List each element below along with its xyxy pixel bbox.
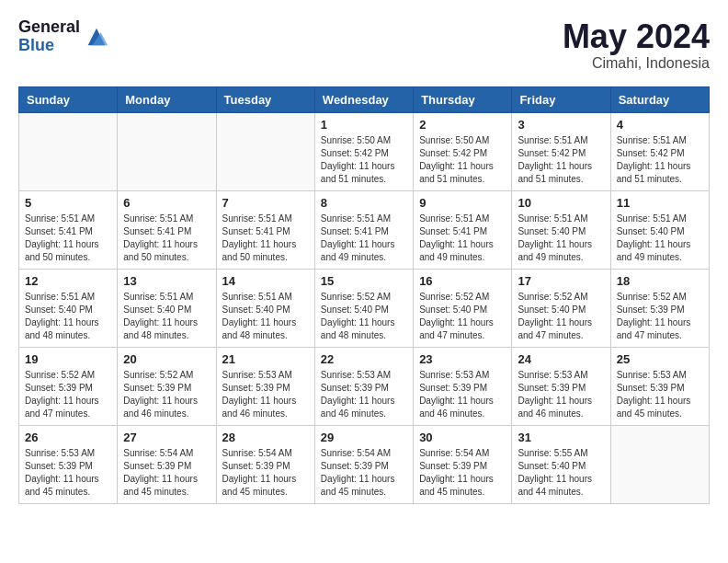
calendar-cell: 29Sunrise: 5:54 AM Sunset: 5:39 PM Dayli… bbox=[314, 425, 413, 503]
logo-icon bbox=[84, 24, 109, 50]
day-number: 29 bbox=[321, 431, 407, 444]
day-number: 14 bbox=[222, 274, 309, 288]
calendar-cell bbox=[19, 112, 118, 190]
day-number: 31 bbox=[518, 431, 604, 444]
calendar-cell bbox=[216, 112, 314, 190]
day-info: Sunrise: 5:51 AM Sunset: 5:40 PM Dayligh… bbox=[518, 213, 604, 264]
calendar-cell: 23Sunrise: 5:53 AM Sunset: 5:39 PM Dayli… bbox=[414, 347, 512, 425]
day-number: 8 bbox=[321, 196, 407, 210]
weekday-header-monday: Monday bbox=[118, 86, 216, 112]
day-info: Sunrise: 5:53 AM Sunset: 5:39 PM Dayligh… bbox=[25, 447, 111, 499]
day-number: 1 bbox=[321, 118, 407, 132]
day-info: Sunrise: 5:52 AM Sunset: 5:39 PM Dayligh… bbox=[123, 369, 210, 420]
calendar-cell: 30Sunrise: 5:54 AM Sunset: 5:39 PM Dayli… bbox=[414, 425, 512, 503]
calendar-cell: 13Sunrise: 5:51 AM Sunset: 5:40 PM Dayli… bbox=[118, 269, 216, 347]
calendar-cell: 31Sunrise: 5:55 AM Sunset: 5:40 PM Dayli… bbox=[512, 425, 610, 503]
day-info: Sunrise: 5:50 AM Sunset: 5:42 PM Dayligh… bbox=[419, 134, 506, 186]
day-info: Sunrise: 5:52 AM Sunset: 5:40 PM Dayligh… bbox=[321, 291, 407, 342]
day-info: Sunrise: 5:52 AM Sunset: 5:39 PM Dayligh… bbox=[617, 291, 703, 342]
day-info: Sunrise: 5:51 AM Sunset: 5:42 PM Dayligh… bbox=[617, 134, 703, 186]
calendar-cell: 2Sunrise: 5:50 AM Sunset: 5:42 PM Daylig… bbox=[414, 112, 512, 190]
day-info: Sunrise: 5:53 AM Sunset: 5:39 PM Dayligh… bbox=[419, 369, 506, 420]
logo-general: General bbox=[18, 18, 80, 37]
weekday-header-row: SundayMondayTuesdayWednesdayThursdayFrid… bbox=[19, 86, 710, 112]
day-number: 17 bbox=[518, 274, 604, 288]
day-info: Sunrise: 5:51 AM Sunset: 5:41 PM Dayligh… bbox=[222, 213, 309, 264]
calendar-cell bbox=[118, 112, 216, 190]
day-info: Sunrise: 5:51 AM Sunset: 5:40 PM Dayligh… bbox=[222, 291, 309, 342]
day-info: Sunrise: 5:55 AM Sunset: 5:40 PM Dayligh… bbox=[518, 447, 604, 499]
title-block: May 2024 Cimahi, Indonesia bbox=[563, 18, 710, 72]
day-number: 16 bbox=[419, 274, 506, 288]
day-number: 23 bbox=[419, 352, 506, 366]
page-header: General Blue May 2024 Cimahi, Indonesia bbox=[18, 18, 710, 72]
day-info: Sunrise: 5:52 AM Sunset: 5:40 PM Dayligh… bbox=[518, 291, 604, 342]
calendar-cell: 24Sunrise: 5:53 AM Sunset: 5:39 PM Dayli… bbox=[512, 347, 610, 425]
calendar-cell: 17Sunrise: 5:52 AM Sunset: 5:40 PM Dayli… bbox=[512, 269, 610, 347]
day-number: 22 bbox=[321, 352, 407, 366]
day-info: Sunrise: 5:50 AM Sunset: 5:42 PM Dayligh… bbox=[321, 134, 407, 186]
day-number: 28 bbox=[222, 431, 309, 444]
calendar-cell: 25Sunrise: 5:53 AM Sunset: 5:39 PM Dayli… bbox=[610, 347, 709, 425]
day-info: Sunrise: 5:51 AM Sunset: 5:41 PM Dayligh… bbox=[123, 213, 210, 264]
calendar-cell: 10Sunrise: 5:51 AM Sunset: 5:40 PM Dayli… bbox=[512, 190, 610, 269]
calendar-cell: 4Sunrise: 5:51 AM Sunset: 5:42 PM Daylig… bbox=[610, 112, 709, 190]
calendar-week-row: 19Sunrise: 5:52 AM Sunset: 5:39 PM Dayli… bbox=[19, 347, 710, 425]
day-number: 18 bbox=[617, 274, 703, 288]
calendar-cell: 16Sunrise: 5:52 AM Sunset: 5:40 PM Dayli… bbox=[414, 269, 512, 347]
weekday-header-wednesday: Wednesday bbox=[314, 86, 413, 112]
calendar-cell: 27Sunrise: 5:54 AM Sunset: 5:39 PM Dayli… bbox=[118, 425, 216, 503]
day-info: Sunrise: 5:52 AM Sunset: 5:40 PM Dayligh… bbox=[419, 291, 506, 342]
calendar-cell: 8Sunrise: 5:51 AM Sunset: 5:41 PM Daylig… bbox=[314, 190, 413, 269]
day-info: Sunrise: 5:54 AM Sunset: 5:39 PM Dayligh… bbox=[321, 447, 407, 499]
day-number: 25 bbox=[617, 352, 703, 366]
logo-blue: Blue bbox=[18, 37, 80, 55]
calendar-cell: 19Sunrise: 5:52 AM Sunset: 5:39 PM Dayli… bbox=[19, 347, 118, 425]
day-number: 26 bbox=[25, 431, 111, 444]
day-info: Sunrise: 5:51 AM Sunset: 5:40 PM Dayligh… bbox=[25, 291, 111, 342]
logo-text: General Blue bbox=[18, 18, 80, 55]
day-number: 19 bbox=[25, 352, 111, 366]
calendar-table: SundayMondayTuesdayWednesdayThursdayFrid… bbox=[18, 86, 710, 504]
calendar-cell: 12Sunrise: 5:51 AM Sunset: 5:40 PM Dayli… bbox=[19, 269, 118, 347]
calendar-cell: 20Sunrise: 5:52 AM Sunset: 5:39 PM Dayli… bbox=[118, 347, 216, 425]
day-number: 21 bbox=[222, 352, 309, 366]
day-info: Sunrise: 5:51 AM Sunset: 5:40 PM Dayligh… bbox=[617, 213, 703, 264]
day-info: Sunrise: 5:53 AM Sunset: 5:39 PM Dayligh… bbox=[617, 369, 703, 420]
calendar-cell: 18Sunrise: 5:52 AM Sunset: 5:39 PM Dayli… bbox=[610, 269, 709, 347]
day-number: 24 bbox=[518, 352, 604, 366]
month-title: May 2024 bbox=[563, 18, 710, 55]
logo: General Blue bbox=[18, 18, 109, 55]
calendar-cell bbox=[610, 425, 709, 503]
day-number: 20 bbox=[123, 352, 210, 366]
calendar-cell: 7Sunrise: 5:51 AM Sunset: 5:41 PM Daylig… bbox=[216, 190, 314, 269]
day-info: Sunrise: 5:51 AM Sunset: 5:41 PM Dayligh… bbox=[419, 213, 506, 264]
weekday-header-saturday: Saturday bbox=[610, 86, 709, 112]
weekday-header-sunday: Sunday bbox=[19, 86, 118, 112]
calendar-cell: 21Sunrise: 5:53 AM Sunset: 5:39 PM Dayli… bbox=[216, 347, 314, 425]
day-info: Sunrise: 5:53 AM Sunset: 5:39 PM Dayligh… bbox=[321, 369, 407, 420]
calendar-week-row: 12Sunrise: 5:51 AM Sunset: 5:40 PM Dayli… bbox=[19, 269, 710, 347]
day-info: Sunrise: 5:52 AM Sunset: 5:39 PM Dayligh… bbox=[25, 369, 111, 420]
calendar-cell: 22Sunrise: 5:53 AM Sunset: 5:39 PM Dayli… bbox=[314, 347, 413, 425]
day-number: 2 bbox=[419, 118, 506, 132]
day-info: Sunrise: 5:51 AM Sunset: 5:41 PM Dayligh… bbox=[25, 213, 111, 264]
calendar-cell: 9Sunrise: 5:51 AM Sunset: 5:41 PM Daylig… bbox=[414, 190, 512, 269]
day-number: 15 bbox=[321, 274, 407, 288]
day-info: Sunrise: 5:53 AM Sunset: 5:39 PM Dayligh… bbox=[518, 369, 604, 420]
weekday-header-thursday: Thursday bbox=[414, 86, 512, 112]
day-info: Sunrise: 5:51 AM Sunset: 5:41 PM Dayligh… bbox=[321, 213, 407, 264]
day-number: 11 bbox=[617, 196, 703, 210]
weekday-header-friday: Friday bbox=[512, 86, 610, 112]
day-number: 10 bbox=[518, 196, 604, 210]
day-info: Sunrise: 5:54 AM Sunset: 5:39 PM Dayligh… bbox=[222, 447, 309, 499]
day-info: Sunrise: 5:54 AM Sunset: 5:39 PM Dayligh… bbox=[419, 447, 506, 499]
day-number: 5 bbox=[25, 196, 111, 210]
day-number: 27 bbox=[123, 431, 210, 444]
day-number: 6 bbox=[123, 196, 210, 210]
calendar-cell: 5Sunrise: 5:51 AM Sunset: 5:41 PM Daylig… bbox=[19, 190, 118, 269]
day-number: 13 bbox=[123, 274, 210, 288]
day-number: 9 bbox=[419, 196, 506, 210]
day-number: 3 bbox=[518, 118, 604, 132]
day-info: Sunrise: 5:53 AM Sunset: 5:39 PM Dayligh… bbox=[222, 369, 309, 420]
